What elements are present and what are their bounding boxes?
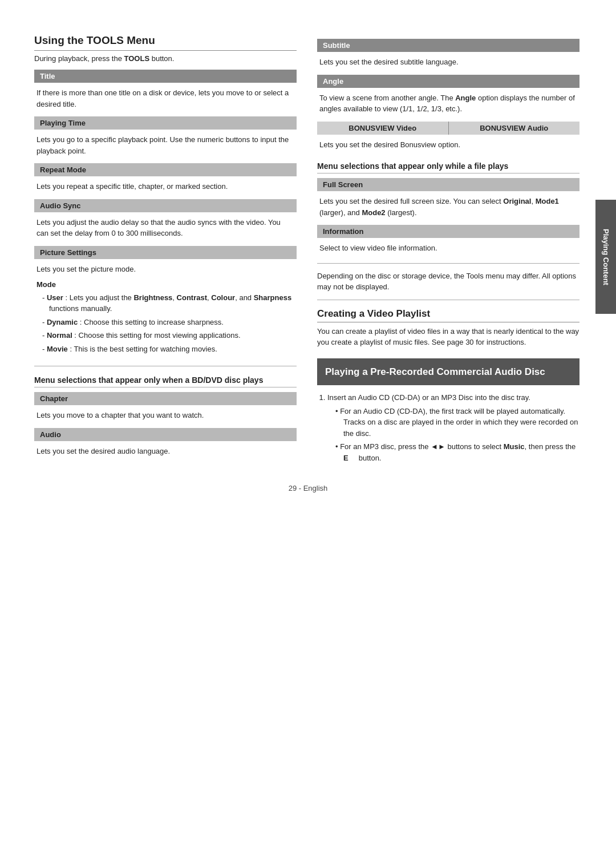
menu-sel-file: Menu selections that appear only while a… xyxy=(317,161,579,173)
chapter-body: Lets you move to a chapter that you want… xyxy=(34,407,297,423)
menu-sel-bd-dvd: Menu selections that appear only when a … xyxy=(34,375,297,387)
title-header: Title xyxy=(34,70,297,83)
picture-settings-body: Lets you set the picture mode. Mode User… xyxy=(34,261,297,360)
sidebar-label: Playing Content xyxy=(602,229,610,285)
right-column: Subtitle Lets you set the desired subtit… xyxy=(317,34,579,467)
chapter-header: Chapter xyxy=(34,392,297,405)
bonusview-video: BONUSVIEW Video xyxy=(317,122,449,135)
section-title-tools-menu: Using the TOOLS Menu xyxy=(34,34,297,51)
title-body: If there is more than one title on a dis… xyxy=(34,85,297,112)
creating-title: Creating a Video Playlist xyxy=(317,308,579,322)
playing-time-header: Playing Time xyxy=(34,116,297,130)
repeat-mode-header: Repeat Mode xyxy=(34,163,297,176)
bullet-item-2: For an MP3 disc, press the ◄► buttons to… xyxy=(335,441,579,463)
footer: 29 - English xyxy=(34,484,582,492)
bonusview-row: BONUSVIEW Video BONUSVIEW Audio xyxy=(317,122,579,135)
mode-label: Mode xyxy=(37,279,294,290)
mode-item-normal: Normal : Choose this setting for most vi… xyxy=(42,330,294,341)
list-item-1-main: Insert an Audio CD (CD-DA) or an MP3 Dis… xyxy=(327,393,530,402)
mode-item-dynamic: Dynamic : Choose this setting to increas… xyxy=(42,317,294,328)
sidebar-playing-content: Playing Content xyxy=(595,200,616,314)
full-screen-body: Lets you set the desired full screen siz… xyxy=(317,193,579,220)
angle-header: Angle xyxy=(317,75,579,88)
playing-box-title: Playing a Pre-Recorded Commercial Audio … xyxy=(325,365,572,379)
audio-header: Audio xyxy=(34,428,297,441)
full-screen-header: Full Screen xyxy=(317,178,579,191)
bullet-list-1: For an Audio CD (CD-DA), the first track… xyxy=(327,406,579,464)
note-text: Depending on the disc or storage device,… xyxy=(317,270,579,293)
subtitle-body: Lets you set the desired subtitle langua… xyxy=(317,54,579,70)
bonusview-body: Lets you set the desired Bonusview optio… xyxy=(317,137,579,153)
mode-list: User : Lets you adjust the Brightness, C… xyxy=(37,292,294,355)
numbered-list: Insert an Audio CD (CD-DA) or an MP3 Dis… xyxy=(317,392,579,463)
left-column: Using the TOOLS Menu During playback, pr… xyxy=(34,34,297,467)
audio-sync-body: Lets you adjust the audio delay so that … xyxy=(34,215,297,241)
bullet-item-1: For an Audio CD (CD-DA), the first track… xyxy=(335,406,579,439)
repeat-mode-body: Lets you repeat a specific title, chapte… xyxy=(34,179,297,195)
mode-item-movie: Movie : This is the best setting for wat… xyxy=(42,344,294,355)
information-header: Information xyxy=(317,225,579,238)
separator-2 xyxy=(317,263,579,264)
creating-body: You can create a playlist of video files… xyxy=(317,326,579,348)
information-body: Select to view video file information. xyxy=(317,240,579,256)
angle-body: To view a scene from another angle. The … xyxy=(317,90,579,117)
tools-bold: TOOLS xyxy=(124,54,150,63)
audio-body: Lets you set the desired audio language. xyxy=(34,443,297,459)
picture-settings-header: Picture Settings xyxy=(34,246,297,259)
separator-1 xyxy=(34,366,297,366)
playing-box: Playing a Pre-Recorded Commercial Audio … xyxy=(317,358,579,386)
separator-3 xyxy=(317,300,579,300)
intro-text: During playback, press the TOOLS button. xyxy=(34,54,297,63)
mode-item-user: User : Lets you adjust the Brightness, C… xyxy=(42,292,294,314)
audio-sync-header: Audio Sync xyxy=(34,199,297,212)
bonusview-audio: BONUSVIEW Audio xyxy=(449,122,580,135)
list-item-1: Insert an Audio CD (CD-DA) or an MP3 Dis… xyxy=(327,392,579,463)
footer-text: 29 - English xyxy=(289,484,328,492)
playing-time-body: Lets you go to a specific playback point… xyxy=(34,132,297,159)
subtitle-header: Subtitle xyxy=(317,39,579,52)
